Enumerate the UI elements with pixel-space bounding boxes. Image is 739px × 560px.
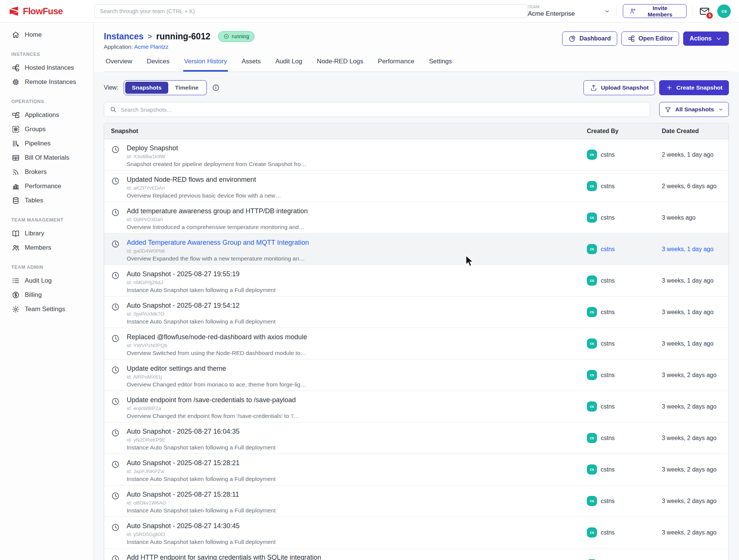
snapshot-description: Instance Auto Snapshot taken following a… — [127, 444, 275, 451]
snapshot-id: id: YWVPzN0PQb — [127, 343, 307, 348]
create-snapshot-button[interactable]: Create Snapshot — [659, 80, 729, 95]
team-search-input[interactable] — [94, 4, 528, 18]
snapshot-title[interactable]: Deploy Snapshot — [127, 144, 307, 153]
column-header-snapshot: Snapshot — [104, 128, 587, 135]
snapshot-title[interactable]: Auto Snapshot - 2025-08-27 19:55:19 — [127, 270, 275, 279]
table-row[interactable]: Add temperature awareness group and HTTP… — [104, 202, 729, 234]
table-row[interactable]: Replaced @flowfuse/node-red-dashboard wi… — [104, 328, 729, 359]
sidebar-item-pipelines[interactable]: Pipelines — [0, 136, 93, 151]
view-segment-timeline[interactable]: Timeline — [168, 82, 205, 94]
info-icon[interactable] — [212, 84, 220, 92]
snapshot-title[interactable]: Auto Snapshot - 2025-08-27 14:30:45 — [127, 522, 275, 530]
snapshot-title[interactable]: Update endpoint from /save-credentials t… — [127, 396, 299, 404]
sidebar-item-home[interactable]: Home — [0, 28, 93, 42]
table-row[interactable]: Auto Snapshot - 2025-08-27 14:30:45 id: … — [104, 517, 729, 548]
sidebar-item-applications[interactable]: Applications — [0, 108, 93, 122]
table-row[interactable]: Update endpoint from /save-credentials t… — [104, 391, 729, 422]
tab-assets[interactable]: Assets — [241, 58, 262, 72]
view-segment-snapshots[interactable]: Snapshots — [125, 82, 168, 94]
tab-performance[interactable]: Performance — [377, 58, 415, 72]
tab-node-red-logs[interactable]: Node-RED Logs — [316, 58, 364, 72]
sidebar-item-team-settings[interactable]: Team Settings — [0, 302, 93, 316]
application-link[interactable]: Acme Plantzz — [134, 43, 169, 50]
tab-settings[interactable]: Settings — [428, 58, 453, 72]
created-by: cstns — [601, 277, 615, 284]
table-row[interactable]: Auto Snapshot - 2025-08-27 19:54:12 id: … — [104, 296, 729, 328]
snapshot-title[interactable]: Added Temperature Awareness Group and MQ… — [127, 238, 309, 247]
snapshot-title[interactable]: Add HTTP endpoint for saving credentials… — [127, 553, 321, 560]
avatar: cs — [587, 370, 597, 380]
table-row[interactable]: Add HTTP endpoint for saving credentials… — [104, 548, 729, 560]
snapshot-title[interactable]: Replaced @flowfuse/node-red-dashboard wi… — [127, 333, 307, 341]
table-row[interactable]: Auto Snapshot - 2025-08-27 19:55:19 id: … — [104, 265, 729, 296]
snapshot-filter-dropdown[interactable]: All Snapshots — [659, 102, 729, 117]
avatar: cs — [587, 276, 597, 286]
rss-icon — [12, 168, 20, 176]
bom-icon — [12, 154, 20, 162]
snapshot-filter-label: All Snapshots — [675, 106, 714, 113]
snapshot-title[interactable]: Auto Snapshot - 2025-08-27 15:28:11 — [127, 490, 275, 499]
instance-tabs: OverviewDevicesVersion HistoryAssetsAudi… — [104, 58, 729, 72]
sidebar-item-remote-instances[interactable]: Remote Instances — [0, 75, 93, 89]
page-title: running-6012 — [156, 31, 210, 42]
upload-snapshot-button[interactable]: Upload Snapshot — [583, 80, 655, 95]
notifications-button[interactable]: 5 — [699, 6, 712, 17]
snapshot-description: Overview Introduced a comprehensive temp… — [127, 224, 308, 231]
date-created: 3 weeks, 2 days ago — [662, 359, 729, 391]
table-row[interactable]: Auto Snapshot - 2025-08-27 15:28:21 id: … — [104, 454, 729, 485]
sidebar-item-groups[interactable]: Groups — [0, 122, 93, 136]
team-selector[interactable]: TEAM: Acme Enterprise — [528, 4, 610, 18]
snapshot-id: id: 0jwPAXMk7O — [127, 311, 275, 317]
table-row[interactable]: Deploy Snapshot id: X3o6Bw1k9W Snapshot … — [104, 139, 729, 171]
dashboard-button[interactable]: Dashboard — [562, 31, 617, 46]
snapshot-description: Overview Expanded the flow with a new te… — [127, 255, 309, 262]
invite-members-label: Invite Members — [640, 5, 680, 18]
main-content: Instances > running-6012 running Applica… — [94, 22, 739, 560]
tab-devices[interactable]: Devices — [146, 58, 170, 72]
table-row[interactable]: Updated Node-RED flows and environment i… — [104, 171, 729, 202]
actions-button[interactable]: Actions — [683, 31, 729, 46]
snapshot-title[interactable]: Update editor settings and theme — [127, 364, 306, 373]
created-by: cstns — [601, 498, 615, 505]
sidebar-item-performance[interactable]: Performance — [0, 179, 93, 193]
table-row[interactable]: Auto Snapshot - 2025-08-27 16:04:35 id: … — [104, 422, 729, 454]
table-row[interactable]: Added Temperature Awareness Group and MQ… — [104, 234, 729, 265]
sidebar-item-tables[interactable]: Tables — [0, 193, 93, 208]
sidebar-item-audit-log[interactable]: Audit Log — [0, 274, 93, 288]
table-row[interactable]: Auto Snapshot - 2025-08-27 15:28:11 id: … — [104, 485, 729, 517]
sidebar-item-members[interactable]: Members — [0, 241, 93, 255]
sidebar-item-bill-of-materials[interactable]: Bill Of Materials — [0, 151, 93, 165]
pipelines-icon — [12, 139, 20, 148]
snapshot-title[interactable]: Add temperature awareness group and HTTP… — [127, 207, 308, 216]
created-by: cstns — [601, 529, 615, 536]
plus-icon — [666, 84, 673, 91]
snapshot-title[interactable]: Updated Node-RED flows and environment — [127, 175, 281, 184]
snapshot-description: Overview Changed the endpoint flow from … — [127, 413, 299, 419]
tab-version-history[interactable]: Version History — [183, 58, 227, 72]
date-created: 3 weeks, 1 day ago — [662, 265, 729, 296]
tab-audit-log[interactable]: Audit Log — [275, 58, 303, 72]
snapshot-title[interactable]: Auto Snapshot - 2025-08-27 15:28:21 — [127, 459, 275, 467]
sidebar-item-label: Remote Instances — [25, 78, 76, 86]
flowfuse-logo[interactable]: FlowFuse — [8, 6, 94, 17]
sidebar-item-brokers[interactable]: Brokers — [0, 165, 93, 179]
sidebar-item-library[interactable]: Library — [0, 226, 93, 241]
breadcrumb-instances-link[interactable]: Instances — [104, 31, 144, 42]
snapshot-title[interactable]: Auto Snapshot - 2025-08-27 19:54:12 — [127, 301, 275, 310]
breadcrumb-separator: > — [148, 32, 152, 41]
invite-members-button[interactable]: Invite Members — [623, 4, 686, 18]
tab-overview[interactable]: Overview — [105, 58, 133, 72]
open-editor-button[interactable]: Open Editor — [621, 31, 679, 46]
sidebar-item-billing[interactable]: Billing — [0, 288, 93, 302]
sidebar-item-label: Library — [25, 230, 44, 237]
snapshot-id: id: y5RD5Ggk0O — [127, 532, 275, 537]
sidebar-item-hosted-instances[interactable]: Hosted Instances — [0, 61, 93, 75]
table-row[interactable]: Update editor settings and theme id: AlR… — [104, 359, 729, 391]
sidebar-item-label: Team Settings — [25, 305, 65, 313]
date-created: 3 weeks, 2 days ago — [662, 391, 729, 422]
user-avatar[interactable]: cs — [717, 4, 731, 18]
snapshot-title[interactable]: Auto Snapshot - 2025-08-27 16:04:35 — [127, 427, 275, 436]
open-editor-button-label: Open Editor — [639, 35, 673, 42]
table-header-row: Snapshot Created By Date Created — [104, 123, 729, 139]
snapshot-search-input[interactable] — [121, 106, 645, 113]
